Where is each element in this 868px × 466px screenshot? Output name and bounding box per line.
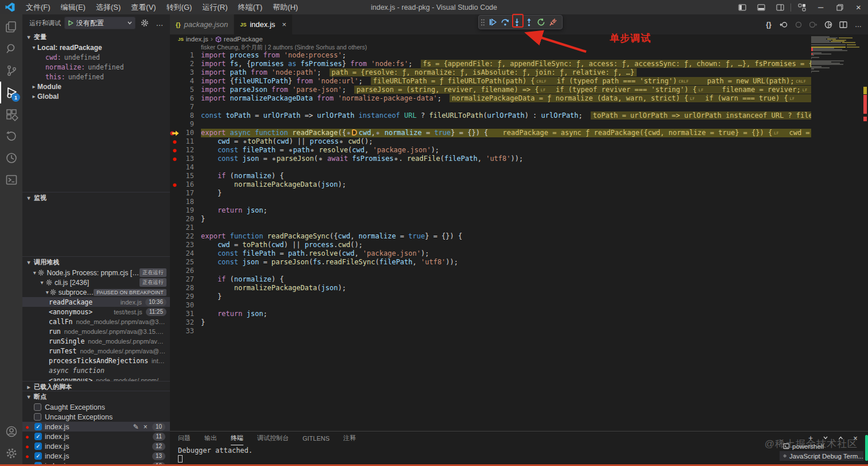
gutter[interactable]: 2 — [170, 60, 201, 68]
terminal-scroll-indicator[interactable] — [865, 435, 868, 461]
code-line[interactable]: 3import path from 'node:path';path = {re… — [170, 68, 868, 77]
breakpoints-header[interactable]: ▾断点 — [22, 391, 170, 402]
layout-panel-icon[interactable] — [751, 0, 770, 14]
menu-item-s[interactable]: 选择(S) — [91, 0, 126, 14]
breadcrumb-symbol[interactable]: readPackage — [224, 36, 263, 43]
step-back-icon[interactable] — [777, 18, 790, 32]
gutter[interactable]: 7 — [170, 103, 201, 111]
run-or-debug-icon[interactable] — [822, 18, 835, 32]
scope-module[interactable]: ▸Module — [22, 82, 170, 91]
close-icon[interactable]: × — [282, 20, 286, 29]
breakpoint-row[interactable]: ●✓index.js11 — [22, 432, 170, 441]
debug-settings-gear-icon[interactable] — [139, 17, 150, 29]
code-line[interactable]: 6import normalizePackageData from 'norma… — [170, 94, 868, 103]
code-line[interactable]: 30 — [170, 301, 868, 310]
gutter[interactable]: ●16 — [170, 180, 201, 189]
checkbox-checked[interactable]: ✓ — [34, 433, 42, 440]
gutter[interactable]: 14 — [170, 163, 201, 172]
checkbox-checked[interactable]: ✓ — [34, 423, 42, 430]
gutter[interactable]: 5 — [170, 86, 201, 94]
menu-item-r[interactable]: 运行(R) — [197, 0, 232, 14]
variable-row[interactable]: cwd:undefined — [22, 52, 170, 62]
variables-scope-row[interactable]: ▾Local: readPackage — [22, 43, 170, 52]
code-line[interactable]: 21 — [170, 224, 868, 232]
exception-breakpoint-row[interactable]: Uncaught Exceptions — [22, 412, 170, 422]
extension-clock-icon[interactable] — [0, 147, 22, 169]
code-line[interactable]: 7 — [170, 103, 868, 111]
code-line[interactable]: 32} — [170, 318, 868, 327]
code-line[interactable]: 33 — [170, 327, 868, 336]
call-stack-frame[interactable]: callFnnode_modules/.pnpm/ava@3.15.... — [22, 317, 170, 326]
checkbox-unchecked[interactable] — [34, 413, 41, 421]
code-line[interactable]: 15 if (normalize) { — [170, 172, 868, 180]
minimize-button[interactable]: ─ — [811, 0, 830, 14]
menu-item-g[interactable]: 转到(G) — [161, 0, 197, 14]
gutter[interactable]: 1 — [170, 51, 201, 60]
menu-item-e[interactable]: 编辑(E) — [56, 0, 91, 14]
extension-terminal-icon[interactable] — [0, 169, 22, 191]
gutter[interactable]: ●12 — [170, 146, 201, 155]
panel-tab-gitlens[interactable]: GITLENS — [303, 432, 330, 445]
gutter[interactable]: 27 — [170, 275, 201, 284]
menu-item-h[interactable]: 帮助(H) — [268, 0, 303, 14]
gutter[interactable]: 21 — [170, 224, 201, 232]
code-line[interactable]: 22export function readPackageSync({cwd, … — [170, 232, 868, 241]
code-line[interactable]: ●13 const json = ●parseJson(● await fsPr… — [170, 155, 868, 163]
customize-layout-icon[interactable] — [792, 0, 811, 14]
panel-tab-注释[interactable]: 注释 — [343, 432, 356, 445]
breakpoint-row[interactable]: ●✓index.js13 — [22, 451, 170, 461]
code-line[interactable]: 28 normalizePackageData(json); — [170, 284, 868, 292]
breakpoint-dot-icon[interactable]: ● — [170, 137, 179, 146]
launch-config-dropdown[interactable]: 没有配置 — [64, 17, 135, 29]
variable-row[interactable]: this:undefined — [22, 72, 170, 82]
code-line[interactable]: 26 — [170, 267, 868, 275]
tab-index-js[interactable]: JS index.js × — [234, 14, 293, 34]
code-line[interactable]: 27 if (normalize) { — [170, 275, 868, 284]
gutter[interactable]: 32 — [170, 318, 201, 327]
code-line[interactable]: 29 } — [170, 292, 868, 301]
call-stack-frame[interactable]: runnode_modules/.pnpm/ava@3.15.0/n... — [22, 326, 170, 336]
tab-package-json[interactable]: {} package.json — [170, 14, 234, 34]
code-line[interactable]: 8const toPath = urlOrPath => urlOrPath i… — [170, 111, 868, 120]
checkbox-checked[interactable]: ✓ — [34, 452, 42, 460]
step-over-icon[interactable] — [499, 16, 511, 29]
exception-breakpoint-row[interactable]: Caught Exceptions — [22, 402, 170, 412]
remove-icon[interactable]: × — [144, 423, 148, 431]
watch-header[interactable]: ▾监视 — [22, 192, 170, 203]
call-stack-frame[interactable]: runTestnode_modules/.pnpm/ava@3.1... — [22, 346, 170, 356]
checkbox-unchecked[interactable] — [34, 403, 41, 411]
panel-tab-终端[interactable]: 终端 — [231, 432, 243, 445]
call-stack-session[interactable]: ▾Node.js Process: pnpm.cjs [18612]正在运行 — [22, 268, 170, 278]
layout-sidebar-icon[interactable] — [733, 0, 751, 14]
gutter[interactable]: 25 — [170, 258, 201, 267]
restart-icon[interactable] — [535, 16, 547, 29]
call-stack-frame[interactable]: <anonymous>node_modules/.pnpm/ava... — [22, 375, 170, 381]
panel-tab-问题[interactable]: 问题 — [178, 432, 191, 445]
code-line[interactable]: 17 } — [170, 189, 868, 198]
gutter[interactable]: 8 — [170, 111, 201, 120]
minimap[interactable] — [811, 36, 862, 74]
breakpoint-row[interactable]: ●✓index.js✎×10 — [22, 422, 170, 432]
menu-item-v[interactable]: 查看(V) — [126, 0, 161, 14]
gutter[interactable]: ●13 — [170, 155, 201, 163]
gutter[interactable]: 23 — [170, 241, 201, 249]
gutter[interactable]: 29 — [170, 292, 201, 301]
code-line[interactable]: 4import {fileURLToPath} from 'node:url';… — [170, 77, 868, 86]
terminal-item-powershell[interactable]: powershell — [780, 441, 863, 451]
code-line[interactable]: 23 cwd = toPath(cwd) || process.cwd(); — [170, 241, 868, 249]
current-line-pointer-icon[interactable] — [170, 130, 179, 137]
gutter[interactable]: ●11 — [170, 137, 201, 146]
gutter[interactable]: 3 — [170, 68, 201, 77]
code-line[interactable]: ●12 const filePath = ●path● resolve(cwd,… — [170, 146, 868, 155]
more-actions-icon[interactable]: … — [154, 17, 165, 29]
code-line[interactable]: 18 — [170, 198, 868, 206]
code-line[interactable]: 9 — [170, 120, 868, 129]
panel-tab-输出[interactable]: 输出 — [204, 432, 217, 445]
gutter[interactable]: 18 — [170, 198, 201, 206]
gutter[interactable]: 10 — [170, 129, 201, 137]
close-button[interactable]: × — [849, 0, 868, 14]
code-line[interactable]: 10export async function readPackage({●cw… — [170, 129, 868, 137]
code-line[interactable]: 19 return json; — [170, 206, 868, 215]
code-content[interactable]: 1import process from 'node:process';2imp… — [170, 51, 868, 336]
gutter[interactable]: 22 — [170, 232, 201, 241]
